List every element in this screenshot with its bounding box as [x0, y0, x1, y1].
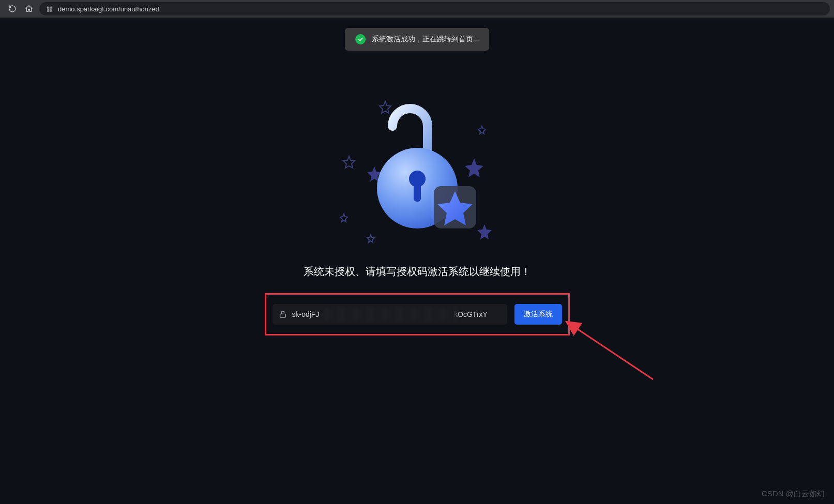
svg-rect-4: [47, 10, 49, 11]
browser-toolbar: demo.sparkaigf.com/unauthorized: [0, 0, 834, 18]
page-content: 系统激活成功，正在跳转到首页...: [0, 18, 834, 504]
address-bar[interactable]: demo.sparkaigf.com/unauthorized: [39, 2, 830, 16]
toast-message: 系统激活成功，正在跳转到首页...: [372, 35, 479, 44]
svg-rect-10: [280, 314, 285, 317]
watermark-text: CSDN @白云如幻: [762, 489, 825, 499]
svg-rect-3: [50, 8, 52, 9]
svg-rect-1: [50, 7, 52, 7]
svg-rect-8: [414, 183, 421, 202]
license-input-wrap[interactable]: [272, 304, 507, 325]
reload-icon[interactable]: [8, 5, 17, 13]
svg-rect-2: [47, 8, 49, 9]
unlock-icon: [279, 310, 287, 318]
activation-form-highlight: 激活系统: [265, 293, 570, 335]
svg-line-11: [575, 328, 653, 379]
redacted-overlay: [324, 308, 457, 321]
svg-rect-0: [47, 7, 49, 7]
svg-rect-5: [50, 10, 52, 11]
activate-button[interactable]: 激活系统: [514, 304, 562, 325]
home-icon[interactable]: [25, 5, 33, 13]
site-settings-icon[interactable]: [46, 5, 53, 12]
lock-illustration: [324, 90, 510, 255]
url-text: demo.sparkaigf.com/unauthorized: [58, 5, 159, 13]
success-toast: 系统激活成功，正在跳转到首页...: [345, 28, 490, 51]
check-circle-icon: [355, 34, 366, 44]
unauthorized-heading: 系统未授权、请填写授权码激活系统以继续使用！: [304, 265, 531, 279]
